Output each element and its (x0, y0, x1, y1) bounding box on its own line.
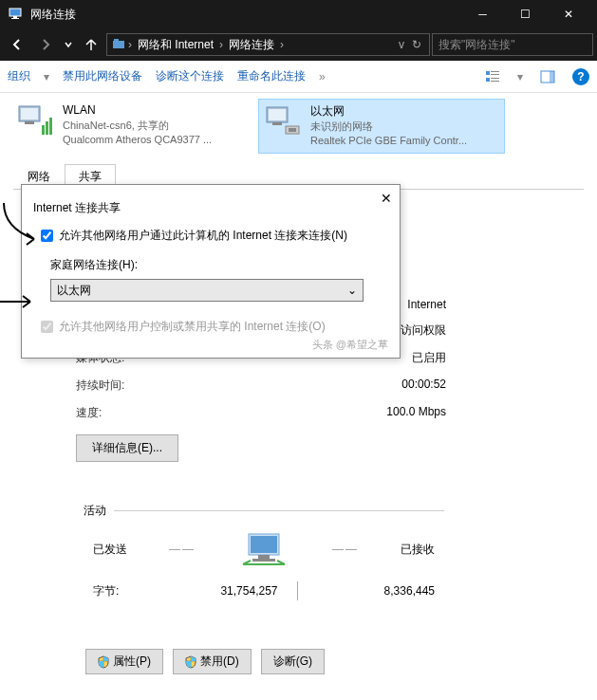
connection-name: 以太网 (310, 103, 467, 120)
svg-rect-26 (258, 555, 270, 559)
properties-button[interactable]: 属性(P) (85, 649, 163, 674)
svg-rect-4 (114, 39, 119, 42)
dropdown-icon[interactable]: ▾ (44, 70, 49, 83)
svg-rect-10 (491, 81, 499, 82)
chevron-right-icon: › (126, 38, 134, 51)
svg-rect-0 (9, 9, 21, 16)
svg-rect-8 (486, 78, 490, 82)
up-button[interactable] (78, 31, 104, 58)
allow-sharing-label: 允许其他网络用户通过此计算机的 Internet 连接来连接(N) (59, 228, 347, 244)
connection-adapter: Realtek PCIe GBE Family Contr... (310, 134, 467, 148)
watermark-text: 头条 @希望之草 (312, 338, 388, 352)
svg-rect-3 (113, 41, 124, 48)
annotation-arrow-2 (0, 294, 36, 309)
forward-button[interactable] (32, 31, 59, 58)
organize-menu[interactable]: 组织 (8, 68, 30, 84)
chevron-right-icon: › (278, 38, 286, 51)
duration-value: 00:00:52 (401, 378, 446, 394)
bytes-recv-value: 8,336,445 (298, 584, 436, 598)
speed-label: 速度: (76, 405, 102, 421)
svg-rect-9 (491, 78, 499, 79)
svg-rect-12 (550, 71, 554, 83)
dash-line: —— (169, 543, 196, 556)
home-network-combo[interactable]: 以太网 ⌄ (50, 279, 364, 302)
wlan-icon (15, 102, 55, 138)
recent-button[interactable] (61, 31, 76, 58)
divider (114, 510, 444, 511)
diagnose-link[interactable]: 诊断这个连接 (156, 68, 224, 84)
svg-rect-27 (252, 559, 275, 562)
activity-title: 活动 (84, 503, 106, 519)
combo-value: 以太网 (57, 283, 91, 299)
action-button-bar: 属性(P) 禁用(D) 诊断(G) (85, 649, 325, 674)
preview-pane-button[interactable] (536, 65, 559, 88)
connection-status: ChinaNet-csn6, 共享的 (63, 119, 212, 133)
shield-icon (185, 655, 196, 669)
breadcrumb-1[interactable]: 网络和 Internet (134, 37, 217, 53)
disable-button[interactable]: 禁用(D) (173, 649, 252, 674)
speed-value: 100.0 Mbps (386, 405, 446, 421)
command-toolbar: 组织 ▾ 禁用此网络设备 诊断这个连接 重命名此连接 » ▾ ? (0, 61, 597, 93)
search-input[interactable]: 搜索"网络连接" (432, 33, 593, 56)
bytes-label: 字节: (93, 583, 159, 599)
svg-rect-1 (13, 16, 17, 18)
group-title: Internet 连接共享 (33, 200, 388, 216)
disable-device-link[interactable]: 禁用此网络设备 (63, 68, 142, 84)
allow-sharing-checkbox[interactable] (41, 230, 53, 242)
activity-computer-icon (237, 530, 290, 568)
connection-adapter: Qualcomm Atheros QCA9377 ... (63, 133, 212, 147)
connection-ethernet[interactable]: 以太网 未识别的网络 Realtek PCIe GBE Family Contr… (258, 99, 505, 154)
media-state-value: 已启用 (412, 350, 446, 366)
help-button[interactable]: ? (572, 68, 589, 85)
sent-label: 已发送 (93, 542, 127, 558)
chevron-down-icon: ⌄ (347, 284, 357, 297)
refresh-icon[interactable]: ↻ (408, 38, 425, 51)
svg-rect-23 (289, 128, 296, 132)
connection-name: WLAN (63, 102, 212, 119)
svg-rect-18 (49, 118, 52, 135)
svg-rect-7 (491, 74, 499, 75)
sharing-settings-overlay: ✕ Internet 连接共享 允许其他网络用户通过此计算机的 Internet… (21, 184, 401, 359)
connections-pane: WLAN ChinaNet-csn6, 共享的 Qualcomm Atheros… (0, 93, 597, 159)
annotation-arrow-1 (0, 199, 42, 247)
breadcrumb-2[interactable]: 网络连接 (225, 37, 278, 53)
activity-section: 活动 已发送 —— —— 已接收 字节: 31,754,257 8,336,44… (84, 503, 444, 600)
home-network-label: 家庭网络连接(H): (50, 257, 388, 273)
svg-rect-5 (486, 71, 490, 75)
ipv4-value: Internet (407, 298, 446, 311)
diagnose-button[interactable]: 诊断(G) (261, 649, 325, 674)
close-button[interactable]: ✕ (547, 0, 589, 28)
svg-rect-15 (25, 121, 34, 124)
allow-control-label: 允许其他网络用户控制或禁用共享的 Internet 连接(O) (59, 319, 326, 335)
dropdown-icon[interactable]: v (395, 38, 408, 51)
svg-rect-16 (42, 125, 45, 135)
shield-icon (98, 655, 109, 669)
minimize-button[interactable]: ─ (461, 0, 504, 28)
dash-line: —— (332, 543, 359, 556)
connection-status: 未识别的网络 (310, 120, 467, 134)
window-titlebar: 网络连接 ─ ☐ ✕ (0, 0, 597, 28)
bytes-sent-value: 31,754,257 (159, 584, 297, 598)
connection-wlan[interactable]: WLAN ChinaNet-csn6, 共享的 Qualcomm Atheros… (11, 99, 258, 154)
svg-rect-6 (491, 71, 499, 72)
close-icon[interactable]: ✕ (381, 191, 392, 206)
chevron-right-icon[interactable]: » (319, 70, 326, 83)
diagnose-label: 诊断(G) (273, 654, 312, 670)
svg-rect-21 (272, 122, 282, 125)
rename-link[interactable]: 重命名此连接 (237, 68, 306, 84)
maximize-button[interactable]: ☐ (504, 0, 547, 28)
svg-rect-14 (21, 108, 38, 120)
svg-rect-25 (251, 536, 277, 553)
dropdown-icon[interactable]: ▾ (517, 70, 523, 83)
allow-control-checkbox (41, 321, 53, 333)
window-title: 网络连接 (30, 7, 461, 23)
details-button[interactable]: 详细信息(E)... (76, 434, 178, 462)
back-button[interactable] (4, 31, 30, 58)
svg-rect-2 (11, 18, 19, 19)
duration-label: 持续时间: (76, 378, 124, 394)
disable-label: 禁用(D) (200, 654, 239, 670)
address-bar[interactable]: › 网络和 Internet › 网络连接 › v ↻ (106, 33, 430, 56)
view-options-button[interactable] (481, 65, 504, 88)
network-folder-icon (111, 37, 126, 52)
ethernet-icon (263, 103, 303, 139)
